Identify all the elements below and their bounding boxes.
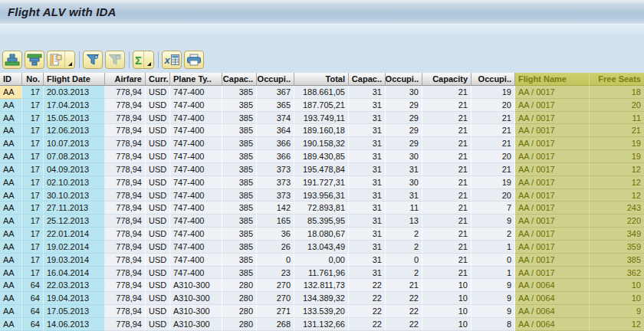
grid-cell[interactable]: AA / 0017 [515, 137, 590, 150]
grid-cell[interactable]: 778,94 [105, 305, 146, 318]
grid-cell[interactable]: 17 [22, 215, 44, 228]
grid-cell[interactable]: 280 [222, 279, 257, 292]
grid-cell[interactable]: A310-300 [170, 318, 222, 331]
grid-cell[interactable]: AA / 0017 [515, 228, 590, 241]
grid-cell[interactable]: 31 [349, 228, 386, 241]
grid-cell[interactable]: A310-300 [170, 305, 222, 318]
grid-cell[interactable]: 21 [422, 176, 472, 189]
grid-cell[interactable]: 778,94 [105, 189, 146, 202]
grid-cell[interactable]: 9 [472, 215, 515, 228]
grid-cell[interactable]: 29 [386, 124, 422, 137]
grid-cell[interactable]: 23 [257, 267, 294, 280]
grid-cell[interactable]: 31 [349, 215, 386, 228]
grid-cell[interactable]: 385 [222, 267, 257, 280]
grid-cell[interactable]: 19 [590, 150, 644, 163]
grid-cell[interactable]: 18 [590, 86, 644, 99]
grid-cell[interactable]: 2 [386, 267, 422, 280]
grid-cell[interactable]: 85.395,95 [294, 215, 349, 228]
grid-cell[interactable]: 13 [386, 215, 422, 228]
grid-cell[interactable]: AA / 0064 [515, 318, 590, 331]
grid-cell[interactable]: 0 [386, 254, 422, 267]
grid-cell[interactable]: 747-400 [170, 112, 222, 125]
grid-cell[interactable]: 31 [349, 124, 386, 137]
sort-descending-button[interactable] [25, 51, 44, 69]
column-header-capac1[interactable]: Capac.. [222, 73, 257, 86]
grid-cell[interactable]: 64 [22, 279, 44, 292]
grid-cell[interactable]: USD [146, 112, 170, 125]
grid-cell[interactable]: 8 [472, 318, 515, 331]
grid-cell[interactable]: 13.043,49 [294, 241, 349, 254]
grid-cell[interactable]: USD [146, 318, 170, 331]
grid-cell[interactable]: AA [0, 99, 22, 112]
grid-cell[interactable]: 1 [472, 241, 515, 254]
grid-cell[interactable]: 22 [386, 292, 422, 305]
grid-cell[interactable]: 747-400 [170, 215, 222, 228]
grid-cell[interactable]: 22 [349, 318, 386, 331]
grid-cell[interactable]: 12.06.2013 [44, 124, 105, 137]
grid-cell[interactable]: AA / 0017 [515, 176, 590, 189]
column-header-id[interactable]: ID [0, 73, 22, 86]
grid-cell[interactable]: 189.160,18 [294, 124, 349, 137]
grid-cell[interactable]: 04.09.2013 [44, 163, 105, 176]
grid-cell[interactable]: 9 [472, 279, 515, 292]
grid-cell[interactable]: 17 [22, 267, 44, 280]
grid-cell[interactable]: 11.761,96 [294, 267, 349, 280]
grid-cell[interactable]: AA [0, 318, 22, 331]
grid-cell[interactable]: 17 [22, 86, 44, 99]
grid-cell[interactable]: 31 [349, 267, 386, 280]
grid-cell[interactable]: 0 [257, 254, 294, 267]
grid-cell[interactable]: 10 [422, 292, 472, 305]
grid-cell[interactable]: 2 [386, 241, 422, 254]
grid-cell[interactable]: 21 [422, 150, 472, 163]
grid-cell[interactable]: 193.749,11 [294, 112, 349, 125]
grid-cell[interactable]: 373 [257, 189, 294, 202]
grid-cell[interactable]: 268 [257, 318, 294, 331]
grid-cell[interactable]: AA / 0017 [515, 99, 590, 112]
grid-cell[interactable]: 11 [386, 202, 422, 215]
grid-cell[interactable]: 366 [257, 137, 294, 150]
grid-cell[interactable]: 30 [386, 176, 422, 189]
grid-cell[interactable]: 385 [222, 241, 257, 254]
grid-cell[interactable]: AA [0, 228, 22, 241]
grid-cell[interactable]: 10 [422, 305, 472, 318]
grid-cell[interactable]: 31 [349, 86, 386, 99]
grid-cell[interactable]: 02.10.2013 [44, 176, 105, 189]
grid-cell[interactable]: AA [0, 176, 22, 189]
grid-cell[interactable]: 22 [349, 292, 386, 305]
grid-cell[interactable]: 36 [257, 228, 294, 241]
grid-cell[interactable]: 747-400 [170, 163, 222, 176]
grid-cell[interactable]: AA [0, 137, 22, 150]
grid-cell[interactable]: 280 [222, 318, 257, 331]
grid-cell[interactable]: 21 [422, 137, 472, 150]
grid-cell[interactable]: 778,94 [105, 99, 146, 112]
grid-cell[interactable]: 17 [22, 241, 44, 254]
grid-cell[interactable]: AA [0, 202, 22, 215]
grid-cell[interactable]: AA [0, 254, 22, 267]
sort-ascending-button[interactable] [2, 51, 22, 69]
grid-cell[interactable]: 385 [222, 254, 257, 267]
grid-cell[interactable]: 22 [386, 318, 422, 331]
grid-cell[interactable]: 9 [472, 305, 515, 318]
column-header-capacity[interactable]: Capacity [422, 73, 472, 86]
grid-cell[interactable]: USD [146, 137, 170, 150]
grid-cell[interactable]: 07.08.2013 [44, 150, 105, 163]
grid-cell[interactable]: 1 [472, 267, 515, 280]
grid-cell[interactable]: 385 [222, 228, 257, 241]
grid-cell[interactable]: 64 [22, 318, 44, 331]
grid-cell[interactable]: 21 [422, 241, 472, 254]
column-header-occupi1[interactable]: Occupi.. [257, 73, 294, 86]
grid-cell[interactable]: 187.705,21 [294, 99, 349, 112]
grid-cell[interactable]: 385 [590, 254, 644, 267]
grid-cell[interactable]: 365 [257, 99, 294, 112]
grid-cell[interactable]: 747-400 [170, 99, 222, 112]
grid-cell[interactable]: 778,94 [105, 215, 146, 228]
grid-cell[interactable]: AA [0, 215, 22, 228]
grid-cell[interactable]: 385 [222, 189, 257, 202]
grid-cell[interactable]: 9 [590, 305, 644, 318]
grid-cell[interactable]: 747-400 [170, 189, 222, 202]
grid-cell[interactable]: 19.02.2014 [44, 241, 105, 254]
grid-cell[interactable]: USD [146, 215, 170, 228]
grid-cell[interactable]: 30.10.2013 [44, 189, 105, 202]
grid-cell[interactable]: 22.03.2013 [44, 279, 105, 292]
grid-cell[interactable]: 747-400 [170, 241, 222, 254]
